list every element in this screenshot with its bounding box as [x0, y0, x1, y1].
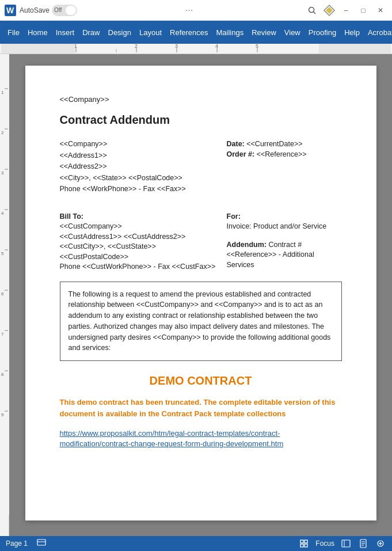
sender-address: <<Company>> <<Address1>> <<Address2>> <<…: [60, 139, 227, 196]
zoom-icon-svg: [376, 539, 385, 548]
layout-icon: [37, 539, 46, 548]
svg-text:2: 2: [135, 44, 138, 49]
svg-rect-22: [0, 54, 9, 515]
bill-for-section: Bill To: <<CustCompany>> <<CustAddress1>…: [60, 212, 342, 272]
vertical-ruler-ticks: 1 2 3 4 5 6 7 8 9: [0, 54, 9, 515]
status-bar-right: Focus: [298, 538, 386, 549]
svg-rect-41: [37, 539, 45, 545]
menu-home[interactable]: Home: [24, 21, 52, 44]
diamond-icon[interactable]: [323, 4, 336, 17]
menu-draw[interactable]: Draw: [78, 21, 104, 44]
svg-text:3: 3: [1, 170, 4, 176]
svg-text:4: 4: [215, 44, 218, 49]
toggle-knob: [66, 6, 76, 15]
ruler-inner: 1 2 3 4 5: [1, 44, 391, 54]
order-label: Order #:: [227, 150, 255, 158]
svg-rect-47: [342, 540, 350, 547]
vertical-ruler: 1 2 3 4 5 6 7 8 9: [0, 54, 9, 536]
demo-contract-title: DEMO CONTRACT: [60, 373, 342, 389]
svg-rect-44: [305, 540, 307, 543]
company-header: <<Company>>: [60, 94, 342, 105]
title-bar-center: ···: [79, 5, 305, 16]
status-layout-icon[interactable]: [36, 538, 47, 549]
restore-button[interactable]: □: [356, 3, 370, 17]
menu-review[interactable]: Review: [248, 21, 280, 44]
search-button[interactable]: [305, 3, 319, 18]
horizontal-ruler: 1 2 3 4 5: [0, 44, 392, 54]
main-area: 1 2 3 4 5 6 7 8 9 <<Company>> Co: [0, 54, 392, 536]
order-value: <<Reference>>: [257, 150, 307, 158]
zoom-icon[interactable]: [375, 538, 386, 549]
sender-company: <<Company>>: [60, 139, 227, 150]
contract-link[interactable]: https://www.proposalkit.com/htm/legal-co…: [60, 429, 284, 448]
menu-proofing[interactable]: Proofing: [305, 21, 340, 44]
svg-text:4: 4: [1, 211, 4, 216]
svg-rect-45: [300, 544, 303, 547]
search-icon: [308, 6, 316, 14]
cust-company: <<CustCompany>>: [60, 222, 227, 232]
svg-rect-21: [319, 44, 391, 54]
print-icon: [359, 539, 368, 548]
document-page: <<Company>> Contract Addendum <<Company>…: [25, 66, 376, 520]
toggle-off-label: Off: [54, 7, 62, 13]
sender-city-state: <<City>>, <<State>> <<PostalCode>>: [60, 173, 227, 184]
addendum-label: Addendum:: [227, 241, 267, 249]
date-order-section: Date: <<CurrentDate>> Order #: <<Referen…: [227, 139, 342, 207]
svg-text:W: W: [6, 6, 14, 15]
bill-to-label: Bill To:: [60, 212, 227, 222]
view-mode-icon[interactable]: [340, 538, 352, 549]
header-section: <<Company>> <<Address1>> <<Address2>> <<…: [60, 139, 342, 207]
demo-contract-text: This demo contract has been truncated. T…: [60, 397, 342, 419]
menu-references[interactable]: References: [166, 21, 212, 44]
addendum-row: Addendum: Contract #<<Reference>> - Addi…: [227, 240, 342, 271]
page-indicator: Page 1: [6, 539, 28, 548]
svg-rect-46: [305, 544, 307, 547]
date-value: <<CurrentDate>>: [246, 140, 302, 148]
title-bar: W AutoSave Off ··· – □ ✕: [0, 0, 392, 21]
order-row: Order #: <<Reference>>: [227, 150, 342, 160]
menu-acrobat[interactable]: Acrobat: [364, 21, 392, 44]
for-label: For:: [227, 212, 241, 221]
view-icon: [341, 539, 351, 548]
sender-address2: <<Address2>>: [60, 162, 227, 172]
focus-icon-svg: [299, 539, 309, 548]
bill-to-heading: Bill To:: [60, 212, 83, 221]
document-area[interactable]: <<Company>> Contract Addendum <<Company>…: [9, 54, 392, 536]
title-bar-actions: – □ ✕: [305, 3, 387, 18]
cust-city-state: <<CustCity>>, <<CustState>>: [60, 242, 227, 252]
ruler-ticks: 1 2 3 4 5: [1, 44, 391, 54]
for-value: Invoice: Product and/or Service: [227, 222, 342, 232]
print-layout-icon[interactable]: [357, 538, 369, 549]
word-logo-icon: W: [5, 5, 16, 16]
svg-line-3: [314, 12, 316, 14]
cust-postal: <<CustPostalCode>>: [60, 252, 227, 263]
svg-rect-43: [300, 540, 303, 543]
date-label: Date:: [227, 140, 245, 148]
close-button[interactable]: ✕: [374, 3, 387, 17]
contract-link-container: https://www.proposalkit.com/htm/legal-co…: [60, 428, 342, 449]
focus-label[interactable]: Focus: [315, 539, 334, 548]
focus-icon[interactable]: [298, 538, 310, 549]
menu-layout[interactable]: Layout: [135, 21, 166, 44]
autosave-label: AutoSave: [20, 6, 50, 14]
minimize-button[interactable]: –: [339, 3, 353, 17]
svg-text:7: 7: [1, 332, 4, 337]
menu-help[interactable]: Help: [340, 21, 364, 44]
menu-design[interactable]: Design: [104, 21, 135, 44]
svg-text:5: 5: [256, 44, 258, 49]
more-options-icon[interactable]: ···: [185, 5, 193, 16]
menu-view[interactable]: View: [280, 21, 305, 44]
menu-insert[interactable]: Insert: [52, 21, 79, 44]
contract-textbox: The following is a request to amend the …: [60, 282, 342, 362]
svg-text:5: 5: [1, 251, 4, 256]
autosave-toggle[interactable]: Off: [52, 5, 77, 16]
menu-file[interactable]: File: [3, 21, 24, 44]
svg-text:2: 2: [1, 130, 4, 135]
cust-phone-fax: Phone <<CustWorkPhone>> - Fax <<CustFax>…: [60, 262, 227, 272]
menu-mailings[interactable]: Mailings: [212, 21, 248, 44]
for-row: For:: [227, 212, 342, 222]
status-bar: Page 1 Focus: [0, 536, 392, 551]
for-section: For: Invoice: Product and/or Service Add…: [227, 212, 342, 272]
sender-phone-fax: Phone <<WorkPhone>> - Fax <<Fax>>: [60, 184, 227, 195]
svg-text:8: 8: [1, 372, 4, 377]
